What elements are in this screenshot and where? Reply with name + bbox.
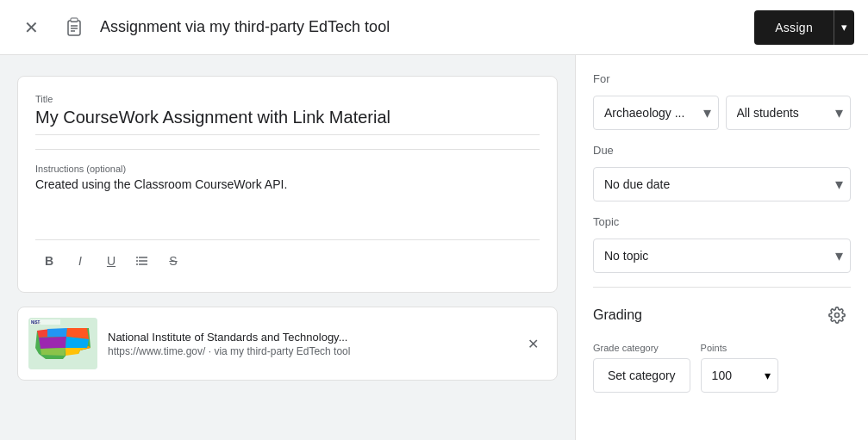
svg-marker-18 — [39, 337, 66, 349]
points-label: Points — [701, 343, 778, 353]
gear-icon — [828, 307, 846, 324]
instructions-label: Instructions (optional) — [35, 164, 540, 174]
assign-dropdown-button[interactable]: ▾ — [834, 10, 854, 45]
instructions-input[interactable]: Created using the Classroom CourseWork A… — [35, 177, 540, 229]
main-content: Title Instructions (optional) Created us… — [0, 55, 868, 440]
instructions-group: Instructions (optional) Created using th… — [35, 164, 540, 229]
assign-button[interactable]: Assign — [754, 10, 834, 45]
underline-button[interactable]: U — [97, 247, 125, 275]
list-icon — [134, 253, 150, 269]
assign-group: Assign ▾ — [754, 10, 854, 45]
due-select-value: No due date — [604, 177, 832, 191]
bold-button[interactable]: B — [35, 247, 63, 275]
map-thumbnail-svg: NIST NIST — [28, 318, 97, 369]
grade-category-col: Grade category Set category — [593, 343, 690, 393]
points-dropdown-icon: ▾ — [765, 369, 771, 382]
points-value: 100 — [712, 369, 765, 382]
attachment-card: NIST NIST National Institute of Standard… — [17, 307, 558, 381]
topic-select[interactable]: No topic ▾ — [593, 239, 851, 273]
page-title: Assignment via my third-party EdTech too… — [100, 18, 744, 36]
class-select[interactable]: Archaeology ... ▾ — [593, 96, 719, 130]
format-toolbar: B I U — [35, 239, 540, 275]
points-col: Points 100 ▾ — [701, 343, 778, 393]
assignment-card: Title Instructions (optional) Created us… — [17, 76, 558, 293]
svg-point-10 — [136, 260, 138, 262]
underline-icon: U — [107, 254, 116, 268]
grade-category-label: Grade category — [593, 343, 690, 353]
chevron-down-icon: ▾ — [841, 21, 847, 34]
left-panel: Title Instructions (optional) Created us… — [0, 55, 575, 440]
list-button[interactable] — [128, 247, 156, 275]
topic-dropdown-icon: ▾ — [835, 246, 843, 265]
attachment-title: National Institute of Standards and Tech… — [108, 331, 509, 344]
topic-label: Topic — [593, 215, 851, 228]
close-icon: ✕ — [24, 17, 39, 38]
clipboard-icon — [59, 12, 90, 43]
class-dropdown-icon: ▾ — [703, 103, 711, 122]
for-label: For — [593, 72, 851, 85]
students-dropdown-icon: ▾ — [835, 103, 843, 122]
top-bar: ✕ Assignment via my third-party EdTech t… — [0, 0, 868, 55]
right-divider — [593, 287, 851, 288]
right-panel: For Archaeology ... ▾ All students ▾ Due… — [575, 55, 868, 440]
students-select-value: All students — [737, 106, 833, 120]
attachment-remove-button[interactable]: ✕ — [519, 330, 546, 357]
italic-button[interactable]: I — [66, 247, 94, 275]
for-select-row: Archaeology ... ▾ All students ▾ — [593, 96, 851, 130]
strikethrough-button[interactable]: S — [159, 247, 187, 275]
grading-row: Grade category Set category Points 100 ▾ — [593, 343, 851, 393]
title-group: Title — [35, 94, 540, 135]
close-button[interactable]: ✕ — [14, 10, 48, 45]
strikethrough-icon: S — [169, 254, 177, 268]
students-select[interactable]: All students ▾ — [726, 96, 852, 130]
due-label: Due — [593, 144, 851, 157]
due-dropdown-icon: ▾ — [835, 175, 843, 194]
topic-select-value: No topic — [604, 249, 832, 263]
grading-settings-button[interactable] — [823, 301, 851, 329]
svg-text:NIST: NIST — [31, 320, 41, 325]
title-label: Title — [35, 94, 540, 104]
points-select[interactable]: 100 ▾ — [701, 358, 778, 393]
due-select[interactable]: No due date ▾ — [593, 167, 851, 201]
svg-rect-2 — [71, 18, 78, 22]
class-select-value: Archaeology ... — [604, 106, 700, 120]
grading-title: Grading — [593, 307, 642, 323]
attachment-thumbnail: NIST NIST — [28, 318, 97, 369]
divider-1 — [35, 149, 540, 150]
svg-point-11 — [136, 263, 138, 265]
title-input[interactable] — [35, 108, 540, 135]
remove-icon: ✕ — [528, 336, 539, 352]
attachment-info: National Institute of Standards and Tech… — [108, 331, 509, 357]
svg-marker-20 — [41, 348, 66, 356]
svg-marker-16 — [47, 328, 67, 337]
set-category-button[interactable]: Set category — [593, 358, 690, 393]
svg-point-9 — [136, 257, 138, 258]
bold-icon: B — [45, 254, 53, 268]
italic-icon: I — [78, 254, 82, 268]
grading-header: Grading — [593, 301, 851, 329]
attachment-url: https://www.time.gov/ · via my third-par… — [108, 345, 509, 357]
